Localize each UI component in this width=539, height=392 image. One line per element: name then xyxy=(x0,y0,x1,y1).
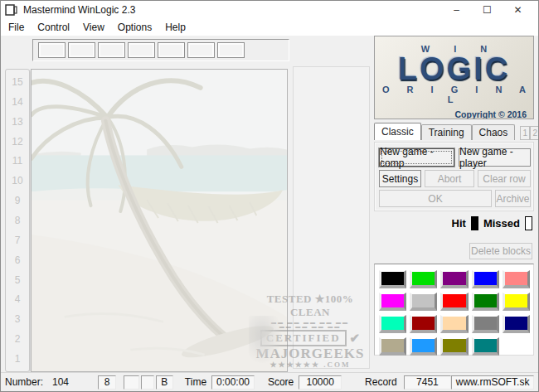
color-block-face-1 xyxy=(379,270,406,288)
aux-box-1 xyxy=(124,375,139,390)
website-link[interactable]: www.rmSOFT.sk xyxy=(451,375,534,390)
color-block-2[interactable] xyxy=(410,270,437,288)
logo-main-text: LOGIC xyxy=(375,54,533,84)
hit-missed-legend: Hit Missed xyxy=(374,215,534,231)
color-block-face-4 xyxy=(472,270,499,288)
logo-box: W I N LOGIC O R I G I N A L Copyright © … xyxy=(374,36,534,119)
menu-item-view[interactable]: View xyxy=(76,20,111,35)
row-number-7: 7 xyxy=(6,230,29,250)
color-block-face-15 xyxy=(503,315,530,333)
color-block-19[interactable] xyxy=(472,337,499,356)
color-block-face-12 xyxy=(410,315,437,333)
color-block-15[interactable] xyxy=(503,315,530,333)
color-block-16[interactable] xyxy=(379,337,406,356)
close-button[interactable]: ✕ xyxy=(503,1,533,19)
guess-slot-3[interactable] xyxy=(98,42,125,58)
record-label: Record xyxy=(365,376,397,388)
color-block-12[interactable] xyxy=(410,315,437,333)
logo-original-text: O R I G I N A L xyxy=(375,85,533,104)
mode-box: B xyxy=(156,375,173,390)
hit-label: Hit xyxy=(452,217,466,230)
row-number-2: 2 xyxy=(6,329,29,349)
window-controls: – ☐ ✕ xyxy=(441,1,538,19)
maximize-button[interactable]: ☐ xyxy=(472,1,503,19)
delete-blocks-button[interactable]: Delete blocks xyxy=(469,243,532,259)
new-game-player-button[interactable]: New game - player xyxy=(459,148,531,167)
color-block-face-3 xyxy=(440,270,468,288)
color-block-9[interactable] xyxy=(472,293,499,311)
color-block-3[interactable] xyxy=(440,270,468,288)
row-number-8: 8 xyxy=(6,211,29,230)
clear-row-button[interactable]: Clear row xyxy=(478,170,531,187)
window-title: Mastermind WinLogic 2.3 xyxy=(23,4,135,16)
color-block-1[interactable] xyxy=(379,270,406,288)
color-block-face-7 xyxy=(410,293,437,311)
abort-button[interactable]: Abort xyxy=(425,170,474,187)
guess-slot-4[interactable] xyxy=(128,42,155,58)
tab-classic[interactable]: Classic xyxy=(374,123,421,140)
missed-label: Missed xyxy=(483,217,520,230)
settings-button[interactable]: Settings xyxy=(379,170,421,187)
color-block-5[interactable] xyxy=(503,270,530,288)
beach-scene-illustration xyxy=(32,70,287,371)
guess-slot-1[interactable] xyxy=(38,42,66,58)
row-number-13: 13 xyxy=(6,112,29,132)
time-value: 0:00:00 xyxy=(211,375,255,390)
archive-button[interactable]: Archive xyxy=(495,190,531,207)
color-block-18[interactable] xyxy=(440,337,468,356)
color-block-17[interactable] xyxy=(410,337,437,356)
new-game-comp-button[interactable]: New game - comp xyxy=(379,148,454,167)
color-block-11[interactable] xyxy=(379,315,406,333)
aux-box-2 xyxy=(141,375,154,390)
results-panel xyxy=(293,66,370,369)
row-number-5: 5 xyxy=(6,270,29,290)
status-bar: Number: 104 8 B Time 0:00:00 Score 10000… xyxy=(1,372,538,391)
color-block-face-14 xyxy=(472,315,499,333)
color-block-4[interactable] xyxy=(472,270,499,288)
row-number-10: 10 xyxy=(6,171,29,191)
row-number-3: 3 xyxy=(6,309,29,329)
row-number-4: 4 xyxy=(6,289,29,309)
missed-peg-sample xyxy=(525,216,532,230)
minimize-button[interactable]: – xyxy=(441,1,472,19)
row-number-6: 6 xyxy=(6,250,29,270)
tab-training[interactable]: Training xyxy=(421,124,472,140)
menu-item-control[interactable]: Control xyxy=(31,20,76,35)
guess-slot-6[interactable] xyxy=(187,42,215,58)
guess-slot-2[interactable] xyxy=(68,42,95,58)
tab-level-2[interactable]: 2 xyxy=(530,126,539,140)
number-label: Number: xyxy=(5,376,43,388)
app-icon xyxy=(5,4,17,16)
color-block-face-16 xyxy=(379,337,406,356)
color-block-13[interactable] xyxy=(440,315,468,333)
ok-button[interactable]: OK xyxy=(379,190,492,207)
row-number-11: 11 xyxy=(6,151,29,171)
guess-slot-5[interactable] xyxy=(158,42,185,58)
tab-chaos[interactable]: Chaos xyxy=(472,124,516,140)
row-number-1: 1 xyxy=(6,349,29,369)
color-block-face-19 xyxy=(472,337,499,356)
tab-level-1[interactable]: 1 xyxy=(520,126,530,140)
color-block-8[interactable] xyxy=(440,293,468,311)
score-label: Score xyxy=(268,376,294,388)
color-block-7[interactable] xyxy=(410,293,437,311)
color-block-14[interactable] xyxy=(472,315,499,333)
logo-copyright: Copyright © 2016 xyxy=(375,109,527,119)
guess-slot-7[interactable] xyxy=(217,42,245,58)
guess-slots-panel xyxy=(32,39,289,61)
color-block-face-17 xyxy=(410,337,437,356)
game-controls-group: New game - comp New game - player Settin… xyxy=(374,142,534,211)
color-block-face-18 xyxy=(440,337,468,356)
menu-item-options[interactable]: Options xyxy=(111,20,158,35)
menu-item-help[interactable]: Help xyxy=(158,20,192,35)
color-palette xyxy=(374,264,534,356)
color-block-face-9 xyxy=(472,293,499,311)
color-block-10[interactable] xyxy=(503,293,530,311)
color-block-6[interactable] xyxy=(379,293,406,311)
color-block-face-11 xyxy=(379,315,406,333)
menu-item-file[interactable]: File xyxy=(2,20,31,35)
game-board-image[interactable] xyxy=(31,69,288,372)
color-block-face-2 xyxy=(410,270,437,288)
row-number-15: 15 xyxy=(6,72,29,92)
level-tabs: 1234 xyxy=(520,126,539,140)
